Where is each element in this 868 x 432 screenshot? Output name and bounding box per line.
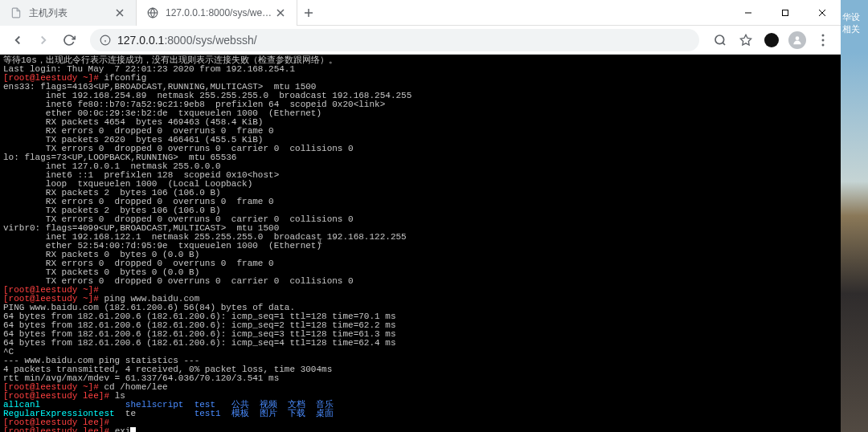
extension-avatar[interactable] <box>760 29 783 51</box>
forward-button[interactable] <box>32 29 55 51</box>
svg-line-7 <box>723 43 725 45</box>
terminal-prompt-line: [root@leestudy ~]# cd /home/lee <box>3 383 837 392</box>
address-bar[interactable]: 127.0.0.1:8000/sys/webssh/ <box>90 29 699 51</box>
search-icon[interactable] <box>709 29 731 51</box>
svg-point-6 <box>715 35 724 44</box>
close-icon[interactable] <box>113 6 126 19</box>
back-button[interactable] <box>6 29 29 51</box>
menu-button[interactable] <box>812 29 834 51</box>
tab-strip: 主机列表 127.0.0.1:8000/sys/webssh/ <box>0 0 730 25</box>
bookmark-icon[interactable] <box>735 29 757 51</box>
tab-title: 127.0.0.1:8000/sys/webssh/ <box>166 7 274 18</box>
terminal-line: TX errors 0 dropped 0 overruns 0 carrier… <box>3 277 837 286</box>
tab-title: 主机列表 <box>29 6 113 20</box>
window-controls <box>730 0 841 25</box>
globe-icon <box>146 6 159 19</box>
blank-page-icon <box>10 6 23 19</box>
svg-point-10 <box>822 34 825 36</box>
desktop-right-strip: 华设相关 <box>841 0 868 432</box>
close-window-button[interactable] <box>804 0 841 26</box>
terminal-output[interactable]: 等待10s，出现此令行表示连接成功，没有出现则表示连接失败（检查参数跟网络）。L… <box>0 55 841 432</box>
url-text: 127.0.0.1:8000/sys/webssh/ <box>117 34 690 47</box>
titlebar: 主机列表 127.0.0.1:8000/sys/webssh/ <box>0 0 841 26</box>
reload-button[interactable] <box>58 29 80 51</box>
svg-point-11 <box>822 39 825 41</box>
terminal-prompt-line: [root@leestudy lee]# exi <box>3 427 837 432</box>
text-caret-icon: I <box>317 238 318 249</box>
svg-marker-8 <box>740 35 751 45</box>
close-icon[interactable] <box>274 6 287 19</box>
new-tab-button[interactable] <box>297 0 320 25</box>
terminal-cursor <box>130 427 136 432</box>
tab-webssh[interactable]: 127.0.0.1:8000/sys/webssh/ <box>137 0 297 26</box>
ls-output-row: RegularExpressiontest te test1 模板 图片 下载 … <box>3 410 837 418</box>
maximize-button[interactable] <box>767 0 804 26</box>
info-icon[interactable] <box>100 35 111 46</box>
terminal-line: 64 bytes from 182.61.200.6 (182.61.200.6… <box>3 339 837 348</box>
minimize-button[interactable] <box>730 0 767 26</box>
tab-hosts[interactable]: 主机列表 <box>0 0 137 26</box>
svg-rect-2 <box>783 10 788 15</box>
svg-point-12 <box>822 43 825 46</box>
profile-button[interactable] <box>786 29 809 51</box>
toolbar: 127.0.0.1:8000/sys/webssh/ <box>0 26 841 55</box>
svg-point-9 <box>796 36 800 40</box>
right-panel-label: 华设相关 <box>842 11 868 35</box>
